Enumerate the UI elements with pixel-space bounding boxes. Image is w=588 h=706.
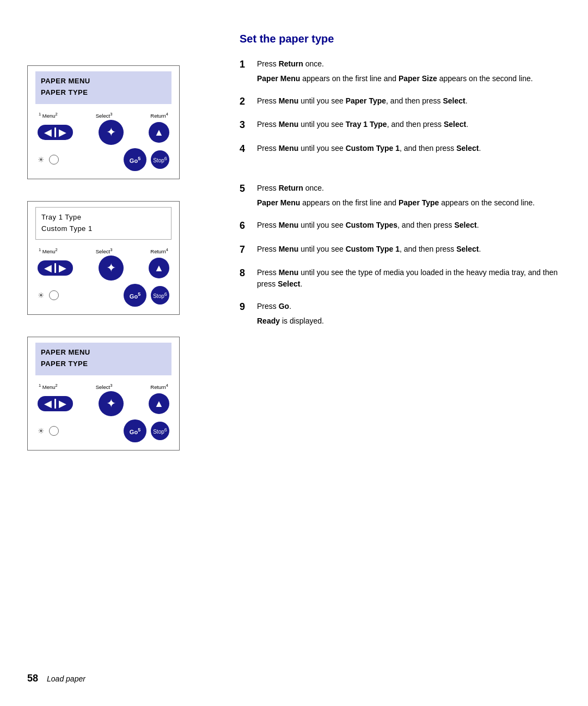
right-column: Set the paper type 1 Press Return once. … xyxy=(229,33,561,451)
step-7: 7 Press Menu until you see Custom Type 1… xyxy=(240,244,561,256)
left-column: PAPER MENU PAPER TYPE 1 Menu2 Select3 Re… xyxy=(27,33,212,451)
step-6-num: 6 xyxy=(240,220,252,232)
panel2-bottom-row: ☀ Go5 Stop6 xyxy=(35,281,171,307)
panel1-circle-btn[interactable] xyxy=(49,155,59,165)
page-container: PAPER MENU PAPER TYPE 1 Menu2 Select3 Re… xyxy=(0,0,588,483)
right-arrow-icon: ▶ xyxy=(59,127,66,137)
panel1-buttons: 1 Menu2 Select3 Return4 ◀ ▶ ✦ ▲ xyxy=(35,109,171,171)
step-7-num: 7 xyxy=(240,244,252,256)
step-5-num: 5 xyxy=(240,182,252,195)
panel1-select-btn[interactable]: ✦ xyxy=(99,120,124,145)
panel1-return-label: Return4 xyxy=(150,112,168,119)
step-7-content: Press Menu until you see Custom Type 1, … xyxy=(257,244,561,255)
section-title: Set the paper type xyxy=(240,33,561,45)
panel3-select-label: Select3 xyxy=(96,383,113,390)
panel3-go-btn[interactable]: Go5 xyxy=(124,419,146,442)
step-1-main: Press Return once. xyxy=(257,59,324,68)
step-9-main: Press Go. xyxy=(257,302,291,311)
step-3-content: Press Menu until you see Tray 1 Type, an… xyxy=(257,119,561,130)
step-4-content: Press Menu until you see Custom Type 1, … xyxy=(257,143,561,154)
left-arrow-icon-2: ◀ xyxy=(44,263,52,273)
panel3-return-label: Return4 xyxy=(150,383,168,390)
step-5-sub: Paper Menu appears on the first line and… xyxy=(257,197,561,209)
step-9-content: Press Go. Ready is displayed. xyxy=(257,301,561,327)
panel3-stop-btn[interactable]: Stop6 xyxy=(151,422,169,440)
vbar-icon-3 xyxy=(54,399,56,409)
panel2-line1: Tray 1 Type xyxy=(41,212,166,223)
panel2-display: Tray 1 Type Custom Type 1 xyxy=(35,207,171,240)
step-5: 5 Press Return once. Paper Menu appears … xyxy=(240,182,561,209)
panel2-select-btn[interactable]: ✦ xyxy=(99,255,124,281)
panel3-circle-btn[interactable] xyxy=(49,426,59,436)
vbar-icon xyxy=(54,127,56,137)
panel3-stop-label: Stop6 xyxy=(153,427,167,435)
step-4: 4 Press Menu until you see Custom Type 1… xyxy=(240,143,561,155)
step-1-content: Press Return once. Paper Menu appears on… xyxy=(257,58,561,84)
panel1-go-label: Go5 xyxy=(130,156,140,164)
step-5-content: Press Return once. Paper Menu appears on… xyxy=(257,182,561,209)
panel1-label-row: 1 Menu2 Select3 Return4 xyxy=(35,112,171,119)
sun-icon-3: ☀ xyxy=(38,427,45,435)
footer-page-text: Load paper xyxy=(47,674,85,683)
panel1-line2: PAPER TYPE xyxy=(41,87,166,99)
up-arrow-icon-3: ▲ xyxy=(154,398,164,410)
steps-list: 1 Press Return once. Paper Menu appears … xyxy=(240,58,561,327)
panel3-bottom-row: ☀ Go5 Stop6 xyxy=(35,416,171,442)
step-6-content: Press Menu until you see Custom Types, a… xyxy=(257,220,561,231)
step-3-num: 3 xyxy=(240,119,252,131)
panel2-circle-btn[interactable] xyxy=(49,290,59,300)
panel2-main-btns: ◀ ▶ ✦ ▲ xyxy=(35,255,171,281)
step-1-sub: Paper Menu appears on the first line and… xyxy=(257,73,561,84)
step-8-num: 8 xyxy=(240,267,252,279)
step-1-num: 1 xyxy=(240,58,252,71)
left-arrow-icon: ◀ xyxy=(44,127,52,137)
panel1-nav-arrows[interactable]: ◀ ▶ xyxy=(38,125,73,140)
up-arrow-icon: ▲ xyxy=(154,127,164,138)
step-2-content: Press Menu until you see Paper Type, and… xyxy=(257,95,561,107)
panel1-line1: PAPER MENU xyxy=(41,76,166,87)
panel3-select-btn[interactable]: ✦ xyxy=(99,391,124,416)
panel1-main-btns: ◀ ▶ ✦ ▲ xyxy=(35,120,171,145)
step-8: 8 Press Menu until you see the type of m… xyxy=(240,267,561,290)
panel1-stop-btn[interactable]: Stop6 xyxy=(151,150,169,169)
step-2: 2 Press Menu until you see Paper Type, a… xyxy=(240,95,561,108)
panel2-menu-label: 1 Menu2 xyxy=(39,247,58,254)
star-icon-3: ✦ xyxy=(106,397,116,411)
printer-panel-2: Tray 1 Type Custom Type 1 1 Menu2 Select… xyxy=(27,201,180,315)
step-9: 9 Press Go. Ready is displayed. xyxy=(240,301,561,327)
panel2-return-btn[interactable]: ▲ xyxy=(149,258,169,278)
panel2-return-label: Return4 xyxy=(150,247,168,254)
sun-icon-2: ☀ xyxy=(38,291,45,300)
panel2-line2: Custom Type 1 xyxy=(41,223,166,235)
panel3-line1: PAPER MENU xyxy=(41,347,166,358)
panel3-line2: PAPER TYPE xyxy=(41,358,166,370)
printer-panel-3: PAPER MENU PAPER TYPE 1 Menu2 Select3 Re… xyxy=(27,337,180,451)
step-1: 1 Press Return once. Paper Menu appears … xyxy=(240,58,561,84)
panel1-return-btn[interactable]: ▲ xyxy=(149,122,169,143)
panel2-nav-arrows[interactable]: ◀ ▶ xyxy=(38,260,73,276)
panel2-stop-label: Stop6 xyxy=(153,291,167,299)
panel2-stop-btn[interactable]: Stop6 xyxy=(151,286,169,305)
panel1-menu-label: 1 Menu2 xyxy=(39,112,58,119)
page-footer: 58 Load paper xyxy=(27,673,561,684)
step-9-sub: Ready is displayed. xyxy=(257,315,561,327)
panel3-menu-label: 1 Menu2 xyxy=(39,383,58,390)
step-spacer xyxy=(240,166,561,182)
panel1-bottom-row: ☀ Go5 Stop6 xyxy=(35,145,171,171)
panel1-display: PAPER MENU PAPER TYPE xyxy=(35,71,171,104)
step-4-num: 4 xyxy=(240,143,252,155)
panel2-buttons: 1 Menu2 Select3 Return4 ◀ ▶ ✦ ▲ xyxy=(35,245,171,307)
panel2-go-label: Go5 xyxy=(130,291,140,300)
panel3-return-btn[interactable]: ▲ xyxy=(149,393,169,414)
step-8-content: Press Menu until you see the type of med… xyxy=(257,267,561,290)
panel3-nav-arrows[interactable]: ◀ ▶ xyxy=(38,396,73,411)
panel3-main-btns: ◀ ▶ ✦ ▲ xyxy=(35,391,171,416)
panel2-go-btn[interactable]: Go5 xyxy=(124,284,146,307)
step-3: 3 Press Menu until you see Tray 1 Type, … xyxy=(240,119,561,131)
panel3-go-label: Go5 xyxy=(130,427,140,435)
sun-icon-1: ☀ xyxy=(38,155,45,164)
star-icon-2: ✦ xyxy=(106,261,116,275)
panel2-select-label: Select3 xyxy=(96,247,113,254)
panel1-select-label: Select3 xyxy=(96,112,113,119)
panel1-go-btn[interactable]: Go5 xyxy=(124,148,146,171)
